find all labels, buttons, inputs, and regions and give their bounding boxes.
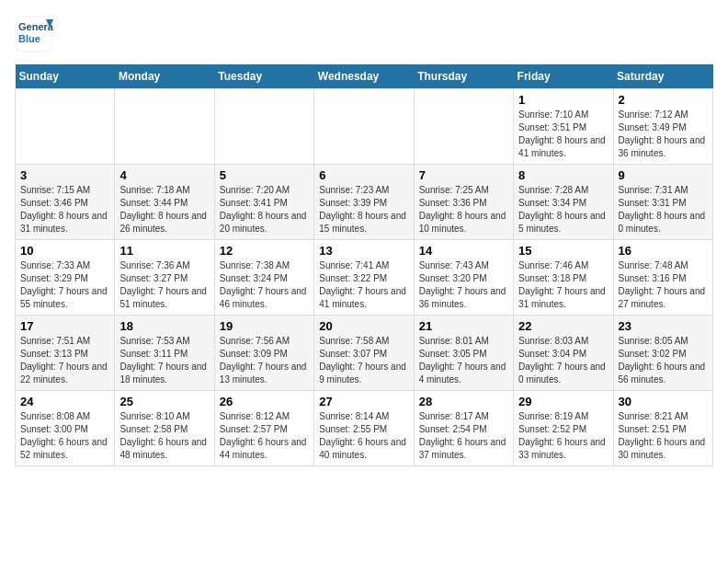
day-info: Sunrise: 7:31 AM Sunset: 3:31 PM Dayligh… — [619, 184, 708, 236]
day-number: 5 — [220, 168, 309, 182]
day-number: 10 — [20, 244, 109, 258]
day-number: 27 — [319, 395, 408, 408]
day-cell — [314, 89, 414, 165]
day-number: 9 — [619, 168, 708, 182]
day-cell: 14Sunrise: 7:43 AM Sunset: 3:20 PM Dayli… — [414, 240, 513, 316]
day-number: 12 — [220, 244, 309, 258]
day-number: 13 — [319, 244, 408, 258]
day-header-thursday: Thursday — [414, 64, 513, 89]
day-info: Sunrise: 7:18 AM Sunset: 3:44 PM Dayligh… — [119, 184, 209, 236]
day-cell: 9Sunrise: 7:31 AM Sunset: 3:31 PM Daylig… — [613, 165, 712, 240]
day-number: 19 — [220, 319, 309, 333]
day-info: Sunrise: 8:03 AM Sunset: 3:04 PM Dayligh… — [518, 335, 608, 386]
day-number: 11 — [119, 244, 209, 258]
day-info: Sunrise: 7:33 AM Sunset: 3:29 PM Dayligh… — [20, 259, 109, 311]
day-number: 16 — [619, 244, 708, 258]
day-info: Sunrise: 7:48 AM Sunset: 3:16 PM Dayligh… — [619, 259, 708, 311]
day-info: Sunrise: 8:14 AM Sunset: 2:55 PM Dayligh… — [319, 410, 408, 462]
day-info: Sunrise: 7:38 AM Sunset: 3:24 PM Dayligh… — [220, 259, 309, 311]
day-number: 29 — [518, 395, 608, 408]
day-number: 14 — [419, 244, 508, 258]
day-number: 20 — [319, 319, 408, 333]
header: General Blue — [15, 15, 713, 53]
day-cell: 29Sunrise: 8:19 AM Sunset: 2:52 PM Dayli… — [514, 391, 613, 466]
day-number: 4 — [119, 168, 209, 182]
day-info: Sunrise: 7:23 AM Sunset: 3:39 PM Dayligh… — [319, 184, 408, 236]
day-cell: 16Sunrise: 7:48 AM Sunset: 3:16 PM Dayli… — [613, 240, 712, 316]
day-cell: 19Sunrise: 7:56 AM Sunset: 3:09 PM Dayli… — [214, 316, 313, 391]
day-cell: 28Sunrise: 8:17 AM Sunset: 2:54 PM Dayli… — [414, 391, 513, 466]
day-info: Sunrise: 7:56 AM Sunset: 3:09 PM Dayligh… — [220, 335, 309, 386]
day-header-saturday: Saturday — [613, 64, 712, 89]
day-header-monday: Monday — [115, 64, 214, 89]
day-header-sunday: Sunday — [16, 64, 115, 89]
day-cell: 26Sunrise: 8:12 AM Sunset: 2:57 PM Dayli… — [214, 391, 313, 466]
logo: General Blue — [15, 15, 53, 53]
day-info: Sunrise: 8:05 AM Sunset: 3:02 PM Dayligh… — [619, 335, 708, 386]
day-number: 30 — [619, 395, 708, 408]
day-number: 26 — [220, 395, 309, 408]
day-cell: 17Sunrise: 7:51 AM Sunset: 3:13 PM Dayli… — [16, 316, 115, 391]
day-number: 25 — [119, 395, 209, 408]
logo-svg: General Blue — [15, 15, 53, 53]
calendar-table: SundayMondayTuesdayWednesdayThursdayFrid… — [15, 64, 713, 466]
day-cell — [214, 89, 313, 165]
week-row-1: 1Sunrise: 7:10 AM Sunset: 3:51 PM Daylig… — [16, 89, 713, 165]
day-info: Sunrise: 7:36 AM Sunset: 3:27 PM Dayligh… — [119, 259, 209, 311]
week-row-2: 3Sunrise: 7:15 AM Sunset: 3:46 PM Daylig… — [16, 165, 713, 240]
day-info: Sunrise: 8:21 AM Sunset: 2:51 PM Dayligh… — [619, 410, 708, 462]
day-number: 22 — [518, 319, 608, 333]
day-cell: 23Sunrise: 8:05 AM Sunset: 3:02 PM Dayli… — [613, 316, 712, 391]
day-cell — [414, 89, 513, 165]
day-cell — [16, 89, 115, 165]
day-cell: 24Sunrise: 8:08 AM Sunset: 3:00 PM Dayli… — [16, 391, 115, 466]
day-info: Sunrise: 7:41 AM Sunset: 3:22 PM Dayligh… — [319, 259, 408, 311]
day-cell: 30Sunrise: 8:21 AM Sunset: 2:51 PM Dayli… — [613, 391, 712, 466]
week-row-3: 10Sunrise: 7:33 AM Sunset: 3:29 PM Dayli… — [16, 240, 713, 316]
day-info: Sunrise: 8:19 AM Sunset: 2:52 PM Dayligh… — [518, 410, 608, 462]
day-cell: 13Sunrise: 7:41 AM Sunset: 3:22 PM Dayli… — [314, 240, 414, 316]
day-number: 24 — [20, 395, 109, 408]
week-row-4: 17Sunrise: 7:51 AM Sunset: 3:13 PM Dayli… — [16, 316, 713, 391]
days-header-row: SundayMondayTuesdayWednesdayThursdayFrid… — [16, 64, 713, 89]
day-cell: 7Sunrise: 7:25 AM Sunset: 3:36 PM Daylig… — [414, 165, 513, 240]
day-cell: 15Sunrise: 7:46 AM Sunset: 3:18 PM Dayli… — [514, 240, 613, 316]
day-header-tuesday: Tuesday — [214, 64, 313, 89]
day-cell: 5Sunrise: 7:20 AM Sunset: 3:41 PM Daylig… — [214, 165, 313, 240]
svg-text:Blue: Blue — [18, 33, 40, 44]
day-cell: 3Sunrise: 7:15 AM Sunset: 3:46 PM Daylig… — [16, 165, 115, 240]
day-number: 3 — [20, 168, 109, 182]
day-info: Sunrise: 7:12 AM Sunset: 3:49 PM Dayligh… — [619, 109, 708, 160]
day-info: Sunrise: 7:25 AM Sunset: 3:36 PM Dayligh… — [419, 184, 508, 236]
day-cell: 22Sunrise: 8:03 AM Sunset: 3:04 PM Dayli… — [514, 316, 613, 391]
day-info: Sunrise: 7:20 AM Sunset: 3:41 PM Dayligh… — [220, 184, 309, 236]
day-cell: 12Sunrise: 7:38 AM Sunset: 3:24 PM Dayli… — [214, 240, 313, 316]
day-cell: 25Sunrise: 8:10 AM Sunset: 2:58 PM Dayli… — [115, 391, 214, 466]
day-number: 17 — [20, 319, 109, 333]
day-cell: 8Sunrise: 7:28 AM Sunset: 3:34 PM Daylig… — [514, 165, 613, 240]
day-number: 1 — [518, 93, 608, 107]
day-info: Sunrise: 7:15 AM Sunset: 3:46 PM Dayligh… — [20, 184, 109, 236]
week-row-5: 24Sunrise: 8:08 AM Sunset: 3:00 PM Dayli… — [16, 391, 713, 466]
day-number: 8 — [518, 168, 608, 182]
day-info: Sunrise: 8:08 AM Sunset: 3:00 PM Dayligh… — [20, 410, 109, 462]
logo-block: General Blue — [15, 15, 53, 53]
day-info: Sunrise: 8:12 AM Sunset: 2:57 PM Dayligh… — [220, 410, 309, 462]
day-cell — [115, 89, 214, 165]
day-number: 21 — [419, 319, 508, 333]
day-cell: 18Sunrise: 7:53 AM Sunset: 3:11 PM Dayli… — [115, 316, 214, 391]
day-number: 7 — [419, 168, 508, 182]
day-number: 28 — [419, 395, 508, 408]
day-number: 23 — [619, 319, 708, 333]
day-number: 6 — [319, 168, 408, 182]
day-info: Sunrise: 7:58 AM Sunset: 3:07 PM Dayligh… — [319, 335, 408, 386]
day-cell: 21Sunrise: 8:01 AM Sunset: 3:05 PM Dayli… — [414, 316, 513, 391]
day-number: 18 — [119, 319, 209, 333]
day-info: Sunrise: 7:46 AM Sunset: 3:18 PM Dayligh… — [518, 259, 608, 311]
day-info: Sunrise: 7:53 AM Sunset: 3:11 PM Dayligh… — [119, 335, 209, 386]
day-info: Sunrise: 7:51 AM Sunset: 3:13 PM Dayligh… — [20, 335, 109, 386]
day-header-friday: Friday — [514, 64, 613, 89]
day-cell: 2Sunrise: 7:12 AM Sunset: 3:49 PM Daylig… — [613, 89, 712, 165]
day-info: Sunrise: 7:43 AM Sunset: 3:20 PM Dayligh… — [419, 259, 508, 311]
day-cell: 6Sunrise: 7:23 AM Sunset: 3:39 PM Daylig… — [314, 165, 414, 240]
